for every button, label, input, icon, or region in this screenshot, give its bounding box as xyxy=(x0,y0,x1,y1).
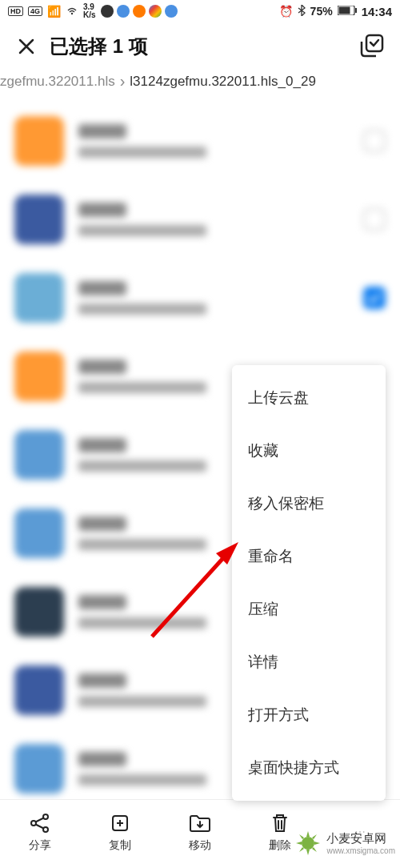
file-thumb xyxy=(14,508,64,558)
file-thumb xyxy=(14,273,64,323)
signal-icon: 📶 xyxy=(47,5,61,18)
menu-details[interactable]: 详情 xyxy=(232,636,386,689)
watermark-text: 小麦安卓网 xyxy=(326,831,395,846)
status-bar: HD 4G 📶 3.9 K/s ⏰ 75% 14:34 xyxy=(0,0,400,22)
chevron-right-icon: › xyxy=(120,72,126,90)
battery-icon xyxy=(338,5,357,18)
svg-point-7 xyxy=(31,821,36,826)
app-icons xyxy=(101,5,178,18)
watermark: 小麦安卓网 www.xmsigma.com xyxy=(294,830,395,857)
share-icon xyxy=(28,811,52,835)
hd-icon: HD xyxy=(8,6,23,16)
network-icon: 4G xyxy=(28,6,42,16)
battery-percent: 75% xyxy=(310,5,333,18)
file-thumb xyxy=(14,744,64,794)
move-icon xyxy=(188,811,212,835)
menu-rename[interactable]: 重命名 xyxy=(232,530,386,583)
file-thumb xyxy=(14,587,64,637)
list-item[interactable] xyxy=(14,102,386,180)
breadcrumb-parent[interactable]: zgefmu.322011.hls xyxy=(0,74,115,90)
svg-line-11 xyxy=(36,824,44,828)
status-left: HD 4G 📶 3.9 K/s xyxy=(8,3,178,19)
breadcrumb[interactable]: zgefmu.322011.hls › l3124zgefmu.322011.h… xyxy=(0,67,400,102)
svg-point-9 xyxy=(43,827,48,832)
trash-icon xyxy=(268,811,292,835)
watermark-url: www.xmsigma.com xyxy=(326,846,395,855)
svg-point-0 xyxy=(71,13,73,14)
svg-rect-3 xyxy=(355,8,357,13)
close-button[interactable] xyxy=(14,34,38,58)
file-thumb xyxy=(14,116,64,166)
svg-point-8 xyxy=(43,814,48,819)
watermark-logo xyxy=(294,830,322,857)
move-label: 移动 xyxy=(189,838,211,853)
menu-shortcut[interactable]: 桌面快捷方式 xyxy=(232,741,386,794)
share-label: 分享 xyxy=(29,838,51,853)
checkbox[interactable] xyxy=(363,130,386,152)
copy-button[interactable]: 复制 xyxy=(108,811,132,853)
menu-upload-cloud[interactable]: 上传云盘 xyxy=(232,372,386,424)
bluetooth-icon xyxy=(298,5,306,18)
net-speed: 3.9 K/s xyxy=(83,3,96,19)
checkbox[interactable] xyxy=(363,208,386,231)
selection-header: 已选择 1 项 xyxy=(0,22,400,67)
svg-point-15 xyxy=(302,837,314,850)
file-thumb xyxy=(14,195,64,244)
list-item[interactable] xyxy=(14,259,386,337)
context-menu: 上传云盘 收藏 移入保密柜 重命名 压缩 详情 打开方式 桌面快捷方式 xyxy=(232,365,386,801)
file-thumb xyxy=(14,665,64,715)
time: 14:34 xyxy=(362,5,392,18)
alarm-icon: ⏰ xyxy=(279,5,293,18)
menu-open-with[interactable]: 打开方式 xyxy=(232,689,386,741)
svg-rect-2 xyxy=(338,7,350,14)
wifi-icon xyxy=(66,5,78,18)
delete-label: 删除 xyxy=(269,838,291,853)
move-button[interactable]: 移动 xyxy=(188,811,212,853)
menu-favorite[interactable]: 收藏 xyxy=(232,424,386,477)
breadcrumb-current: l3124zgefmu.322011.hls_0_29 xyxy=(130,74,316,90)
menu-move-safe[interactable]: 移入保密柜 xyxy=(232,477,386,530)
file-thumb xyxy=(14,352,64,401)
select-all-button[interactable] xyxy=(360,34,386,59)
share-button[interactable]: 分享 xyxy=(28,811,52,853)
status-right: ⏰ 75% 14:34 xyxy=(279,5,392,18)
page-title: 已选择 1 项 xyxy=(50,34,360,59)
copy-icon xyxy=(108,811,132,835)
copy-label: 复制 xyxy=(109,838,131,853)
list-item[interactable] xyxy=(14,180,386,259)
menu-compress[interactable]: 压缩 xyxy=(232,583,386,636)
svg-line-10 xyxy=(36,818,44,822)
file-thumb xyxy=(14,430,64,480)
delete-button[interactable]: 删除 xyxy=(268,811,292,853)
checkbox-checked[interactable] xyxy=(363,287,386,309)
